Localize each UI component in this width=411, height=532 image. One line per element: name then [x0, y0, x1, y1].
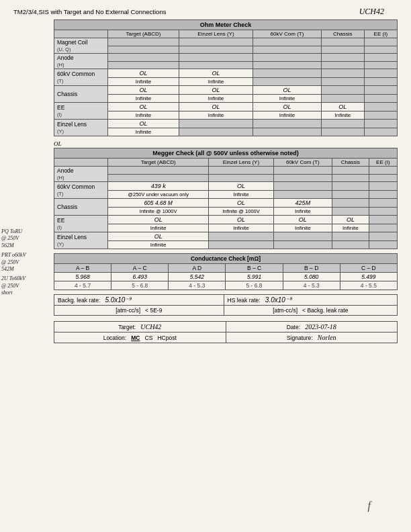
label-magnet-coil: Magnet Coil(U, Q): [54, 38, 108, 54]
location-mc: MC: [131, 335, 140, 341]
backg-label: Backg. leak rate: 5.0x10⁻⁹: [54, 295, 224, 306]
ohm-60kv-v2: OL: [179, 69, 253, 78]
ohm-row-60kv: 60kV Common(T) OL OL: [54, 69, 398, 78]
backg-unit: [atm-cc/s]: [116, 307, 140, 314]
ohm-chassis-v1: OL: [108, 86, 179, 95]
ohm-meter-header: Ohm Meter Check: [54, 20, 398, 30]
cond-range-ab: 4 - 5.7: [54, 281, 111, 290]
meg-label-ee: EE(I): [54, 216, 108, 232]
conductance-values-row: 5.968 6.493 5.542 5.991 5.080 5.499: [54, 273, 398, 281]
side-note-line-3: 562M: [1, 242, 26, 249]
ohm-chassis-v3: OL: [253, 86, 321, 95]
date-value: 2023-07-18: [305, 323, 336, 330]
side-note-line-2: @ 250V: [1, 235, 26, 242]
label-ee: EE(I): [54, 103, 108, 120]
conductance-table: Conductance Check [mΩ] A – B A – C A D B…: [54, 253, 398, 290]
ohm-ee-v2: OL: [179, 103, 253, 112]
ohm-meter-table: Ohm Meter Check Target (ABCD) Einzel Len…: [54, 19, 398, 136]
meg-chassis-v1: 605 4.68 M: [108, 199, 209, 208]
ohm-row-magnet-coil: Magnet Coil(U, Q): [54, 38, 398, 46]
ohm-ee-v4: OL: [321, 103, 364, 112]
doc-title-text: TM2/3/4,SIS with Target and No External …: [13, 8, 166, 15]
conductance-header: Conductance Check [mΩ]: [54, 254, 398, 264]
leak-rates-section: Backg. leak rate: 5.0x10⁻⁹ HS leak rate:…: [54, 294, 398, 316]
ohm-col-4: Chassis: [321, 30, 364, 38]
label-anode: Anode(H): [54, 54, 108, 69]
ohm-60kv-i1: Infinite: [108, 78, 179, 86]
label-chassis: Chassis: [54, 86, 108, 103]
meg-chassis-note1: Infinite @ 1000V: [108, 208, 209, 216]
label-einzel: Einzel Lens(Y): [54, 120, 108, 136]
leak-rates-table: Backg. leak rate: 5.0x10⁻⁹ HS leak rate:…: [54, 294, 398, 316]
meg-60kv-v1: 439 k: [108, 182, 209, 191]
cond-val-ad: 5.542: [169, 273, 226, 281]
ohm-meter-section: Ohm Meter Check Target (ABCD) Einzel Len…: [54, 19, 398, 136]
ohm-row-ee: EE(I) OL OL OL OL: [54, 103, 398, 112]
meg-ee-v4: OL: [332, 216, 369, 224]
meg-col-2: Einzel Lens (Y): [209, 159, 273, 167]
ohm-row-einzel: Einzel Lens(Y) OL: [54, 120, 398, 128]
ohm-col-5: EE (I): [364, 30, 397, 38]
footer-row-1: Target: UCH42 Date: 2023-07-18: [54, 322, 398, 332]
meg-col-5: EE (I): [369, 159, 397, 167]
ohm-col-1: Target (ABCD): [108, 30, 179, 38]
cond-val-ac: 6.493: [111, 273, 169, 281]
ohm-60kv-i2: Infinite: [179, 78, 253, 86]
side-note-line-4: PRT o60kV: [1, 252, 26, 259]
meg-einzel-v1: OL: [108, 232, 209, 241]
location-hcpost: HCpost: [157, 335, 176, 341]
ohm-col-3: 60kV Com (T): [253, 30, 321, 38]
cond-val-bc: 5.991: [226, 273, 283, 281]
leak-rates-row-1: Backg. leak rate: 5.0x10⁻⁹ HS leak rate:…: [54, 295, 398, 306]
cond-col-ac: A – C: [111, 264, 169, 273]
cond-val-cd: 5.499: [340, 273, 397, 281]
meg-ee-v2: OL: [209, 216, 273, 224]
meg-60kv-v2: OL: [209, 182, 273, 191]
signature-label: Signature:: [287, 335, 313, 341]
meg-chassis-note2: Infinite @ 1000V: [209, 208, 273, 216]
conductance-section: Conductance Check [mΩ] A – B A – C A D B…: [54, 253, 398, 290]
meg-col-1: Target (ABCD): [108, 159, 209, 167]
ohm-60kv-v1: OL: [108, 69, 179, 78]
location-label: Location:: [103, 335, 127, 341]
leak-rates-row-2: [atm-cc/s] < 5E-9 [atm-cc/s] < Backg. le…: [54, 306, 398, 316]
ohm-ee-v1: OL: [108, 103, 179, 112]
cond-val-ab: 5.968: [54, 273, 111, 281]
ohm-row-chassis: Chassis OL OL OL: [54, 86, 398, 95]
backg-value: 5.0x10⁻⁹: [105, 296, 131, 304]
meg-col-3: 60kV Com (T): [273, 159, 332, 167]
meg-label-60kv: 60kV Common(T): [54, 182, 108, 199]
cond-range-ad: 4 - 5.3: [169, 281, 226, 290]
meg-label-anode: Anode(H): [54, 167, 108, 182]
side-note-line-6: 542M: [1, 266, 26, 273]
ohm-chassis-v2: OL: [179, 86, 253, 95]
meg-chassis-v3: 425M: [273, 199, 332, 208]
meg-60kv-i2: Infinite: [209, 191, 273, 199]
meg-chassis-v2: OL: [209, 199, 273, 208]
cond-range-bd: 4 - 5.3: [283, 281, 340, 290]
meg-60kv-note1: @250V under vacuum only: [108, 191, 209, 199]
backg-limit: < 5E-9: [145, 307, 162, 314]
side-notes-1: PQ ToRU @ 250V 562M PRT o60kV @ 250V 542…: [1, 228, 26, 297]
location-cs: CS: [145, 335, 153, 341]
cond-val-bd: 5.080: [283, 273, 340, 281]
footer-table: Target: UCH42 Date: 2023-07-18 Location:: [54, 321, 398, 343]
megger-header: Megger Check (all @ 500V unless otherwis…: [54, 148, 398, 159]
side-note-line-8: @ 250V: [1, 283, 26, 290]
target-label: Target:: [118, 324, 136, 330]
megger-prefix-ol: OL: [54, 140, 62, 147]
hs-label: HS leak rate: 3.0x10⁻⁹: [224, 295, 397, 306]
cond-col-cd: C – D: [340, 264, 397, 273]
cond-col-bc: B – C: [226, 264, 283, 273]
side-note-line-5: @ 250V: [1, 259, 26, 266]
cond-col-bd: B – D: [283, 264, 340, 273]
cond-range-cd: 4 - 5.5: [340, 281, 397, 290]
meg-row-60kv: 60kV Common(T) 439 k OL: [54, 182, 398, 191]
date-label: Date:: [287, 324, 300, 330]
doc-title-row: TM2/3/4,SIS with Target and No External …: [13, 7, 398, 17]
ohm-ee-v3: OL: [253, 103, 321, 112]
megger-table: Megger Check (all @ 500V unless otherwis…: [54, 148, 398, 249]
doc-id: UCH42: [359, 7, 384, 17]
side-note-line-1: PQ ToRU: [1, 228, 26, 235]
page: PQ ToRU @ 250V 562M PRT o60kV @ 250V 542…: [0, 0, 411, 532]
